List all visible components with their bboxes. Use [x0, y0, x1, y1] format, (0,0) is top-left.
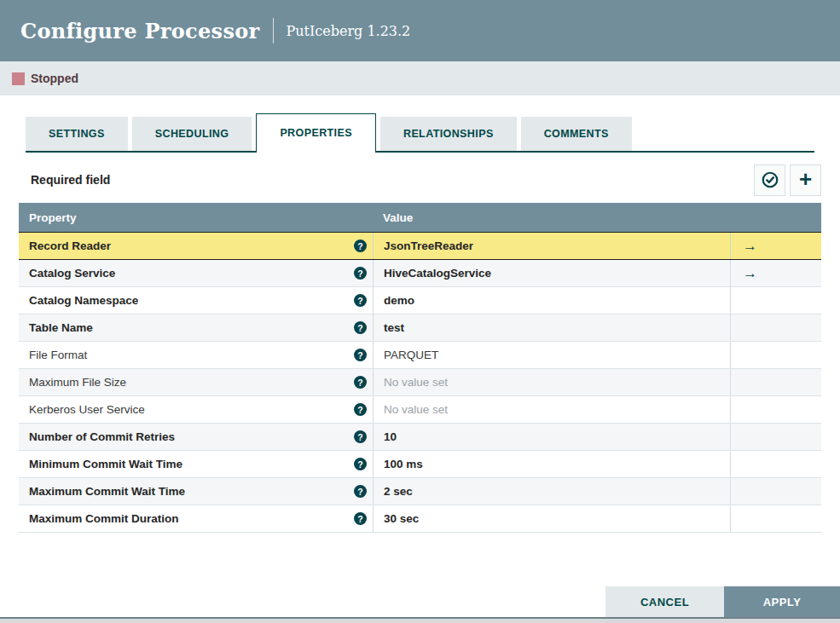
value-cell[interactable]: 100 ms — [373, 451, 730, 477]
dialog-footer: CANCEL APPLY — [605, 586, 840, 617]
plus-icon: + — [799, 168, 812, 190]
property-cell: File Format? — [19, 342, 373, 368]
help-icon[interactable]: ? — [354, 239, 367, 252]
table-row[interactable]: Maximum File Size?No value set — [19, 369, 821, 396]
help-icon[interactable]: ? — [354, 321, 367, 334]
value-cell[interactable]: JsonTreeReader — [373, 233, 730, 259]
help-icon[interactable]: ? — [354, 512, 367, 525]
title-divider — [273, 18, 274, 43]
toolbar-buttons: + — [754, 164, 821, 196]
table-row[interactable]: File Format?PARQUET — [19, 342, 821, 369]
table-row[interactable]: Maximum Commit Wait Time?2 sec — [19, 478, 821, 505]
property-cell: Record Reader? — [19, 233, 373, 259]
help-icon[interactable]: ? — [354, 294, 367, 307]
actions-cell — [730, 478, 821, 505]
tab-comments[interactable]: COMMENTS — [521, 117, 632, 151]
value-cell[interactable]: No value set — [373, 369, 730, 395]
actions-cell — [730, 287, 821, 314]
tab-properties[interactable]: PROPERTIES — [256, 113, 376, 153]
dialog-title: Configure Processor — [20, 19, 259, 43]
property-value: 2 sec — [384, 485, 413, 498]
help-icon[interactable]: ? — [354, 349, 367, 361]
check-circle-icon — [761, 170, 779, 189]
table-body: Record Reader?JsonTreeReader→Catalog Ser… — [19, 232, 821, 533]
property-name: Record Reader — [29, 239, 111, 252]
value-cell[interactable]: 10 — [373, 424, 730, 450]
property-value: demo — [384, 294, 414, 307]
column-header-property: Property — [19, 211, 373, 224]
property-name: Kerberos User Service — [29, 403, 145, 416]
add-property-button[interactable]: + — [790, 164, 821, 196]
value-cell[interactable]: 30 sec — [373, 505, 730, 532]
actions-cell — [730, 396, 821, 423]
go-to-service-icon[interactable]: → — [743, 266, 757, 280]
property-cell: Number of Commit Retries? — [19, 424, 373, 450]
table-row[interactable]: Kerberos User Service?No value set — [19, 396, 821, 424]
help-icon[interactable]: ? — [354, 485, 367, 498]
property-name: Catalog Namespace — [29, 294, 138, 307]
processor-type-version: PutIceberg 1.23.2 — [286, 23, 410, 39]
go-to-service-icon[interactable]: → — [743, 239, 757, 253]
table-row[interactable]: Record Reader?JsonTreeReader→ — [19, 232, 821, 260]
value-cell[interactable]: test — [373, 314, 730, 341]
table-row[interactable]: Table Name?test — [19, 314, 821, 342]
property-cell: Maximum Commit Wait Time? — [19, 478, 373, 505]
table-row[interactable]: Catalog Service?HiveCatalogService→ — [19, 260, 821, 287]
help-icon[interactable]: ? — [354, 376, 367, 389]
property-name: File Format — [29, 349, 87, 361]
property-cell: Table Name? — [19, 314, 373, 341]
cancel-button[interactable]: CANCEL — [605, 586, 724, 617]
property-cell: Catalog Namespace? — [19, 287, 373, 314]
table-row[interactable]: Catalog Namespace?demo — [19, 287, 821, 314]
tab-settings[interactable]: SETTINGS — [26, 117, 128, 151]
tab-relationships[interactable]: RELATIONSHIPS — [380, 117, 517, 151]
property-name: Maximum File Size — [29, 376, 126, 389]
property-value: 10 — [384, 430, 397, 443]
column-header-value: Value — [373, 211, 730, 224]
tab-bar: SETTINGSSCHEDULINGPROPERTIESRELATIONSHIP… — [26, 113, 814, 153]
actions-cell — [730, 424, 821, 450]
table-row[interactable]: Maximum Commit Duration?30 sec — [19, 505, 821, 533]
actions-cell — [730, 451, 821, 477]
value-cell[interactable]: demo — [373, 287, 730, 314]
configure-processor-dialog: Configure Processor PutIceberg 1.23.2 St… — [0, 0, 840, 623]
help-icon[interactable]: ? — [354, 403, 367, 416]
actions-cell — [730, 314, 821, 341]
property-name: Table Name — [29, 321, 93, 334]
property-cell: Catalog Service? — [19, 260, 373, 286]
property-cell: Minimum Commit Wait Time? — [19, 451, 373, 477]
required-field-label: Required field — [19, 173, 110, 187]
property-name: Minimum Commit Wait Time — [29, 458, 182, 470]
status-bar: Stopped — [0, 61, 840, 95]
help-icon[interactable]: ? — [354, 458, 367, 470]
value-cell[interactable]: 2 sec — [373, 478, 730, 505]
property-value: PARQUET — [384, 349, 438, 361]
property-value: test — [384, 321, 404, 334]
actions-cell — [730, 369, 821, 395]
property-value: 30 sec — [384, 512, 419, 525]
property-name: Number of Commit Retries — [29, 430, 175, 443]
property-value: No value set — [384, 403, 448, 416]
actions-cell: → — [730, 233, 821, 259]
apply-button[interactable]: APPLY — [724, 586, 840, 617]
tab-scheduling[interactable]: SCHEDULING — [132, 117, 252, 151]
verify-properties-button[interactable] — [754, 164, 785, 196]
value-cell[interactable]: PARQUET — [373, 342, 730, 368]
help-icon[interactable]: ? — [354, 267, 367, 280]
value-cell[interactable]: HiveCatalogService — [373, 260, 730, 286]
stopped-status-icon — [12, 72, 25, 85]
property-cell: Maximum File Size? — [19, 369, 373, 395]
help-icon[interactable]: ? — [354, 430, 367, 443]
dialog-header: Configure Processor PutIceberg 1.23.2 — [0, 0, 840, 61]
status-label: Stopped — [31, 72, 78, 85]
property-value: No value set — [384, 376, 448, 389]
value-cell[interactable]: No value set — [373, 396, 730, 423]
properties-table: Property Value Record Reader?JsonTreeRea… — [19, 203, 821, 533]
actions-cell — [730, 505, 821, 532]
table-row[interactable]: Minimum Commit Wait Time?100 ms — [19, 451, 821, 478]
property-value: JsonTreeReader — [384, 239, 473, 252]
property-value: 100 ms — [384, 458, 423, 470]
property-value: HiveCatalogService — [384, 267, 491, 280]
table-row[interactable]: Number of Commit Retries?10 — [19, 424, 821, 451]
property-cell: Kerberos User Service? — [19, 396, 373, 423]
